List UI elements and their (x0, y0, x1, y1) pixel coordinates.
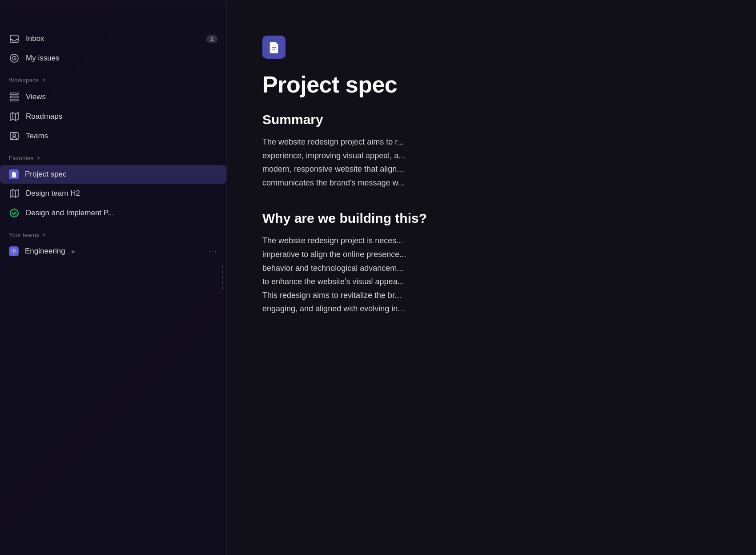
engineering-expand-icon: ▶ (72, 249, 75, 254)
project-spec-doc-icon (9, 169, 19, 179)
workspace-label: Workspace (9, 77, 39, 84)
sidebar-item-my-issues[interactable]: My issues (0, 48, 226, 68)
views-icon (9, 92, 20, 102)
favorites-section-header[interactable]: Favorites ▼ (0, 146, 226, 165)
doc-section-2-heading: Why are we building this? (262, 211, 720, 226)
engineering-label: Engineering (25, 247, 65, 256)
doc-title: Project spec (262, 71, 720, 98)
engineering-gear-icon (9, 246, 19, 256)
favorites-label: Favorites (9, 155, 34, 161)
app-container: Inbox 2 My issues Workspace ▼ (0, 0, 756, 555)
main-content: Project spec Summary The website redesig… (227, 0, 756, 555)
design-team-map-icon (9, 188, 20, 199)
scroll-indicator-line (222, 265, 223, 269)
workspace-chevron-icon: ▼ (41, 78, 46, 83)
teams-label: Teams (26, 132, 48, 141)
sidebar-item-views[interactable]: Views (0, 87, 226, 107)
engineering-more-icon[interactable]: ··· (209, 247, 217, 255)
sidebar-item-roadmaps[interactable]: Roadmaps (0, 107, 226, 126)
doc-section-1-heading: Summary (262, 112, 720, 127)
inbox-icon (9, 33, 20, 44)
your-teams-label: Your teams (9, 232, 39, 238)
your-teams-section-header[interactable]: Your teams ▼ (0, 223, 226, 242)
favorites-chevron-icon: ▼ (36, 156, 41, 161)
inbox-label: Inbox (26, 34, 44, 43)
sidebar: Inbox 2 My issues Workspace ▼ (0, 0, 227, 555)
svg-rect-4 (10, 93, 18, 95)
doc-header-icon (262, 36, 286, 59)
sidebar-item-project-spec[interactable]: Project spec (0, 165, 226, 184)
roadmaps-icon (9, 111, 20, 122)
svg-rect-5 (10, 96, 18, 98)
svg-point-10 (13, 134, 16, 137)
design-implement-label: Design and Implement P... (26, 209, 114, 217)
doc-section-2-body: The website redesign project is neces...… (262, 234, 720, 316)
sidebar-item-design-team-h2[interactable]: Design team H2 (0, 184, 226, 203)
svg-rect-6 (10, 99, 18, 101)
your-teams-chevron-icon: ▼ (42, 233, 46, 237)
project-spec-label: Project spec (25, 170, 67, 179)
sidebar-item-engineering[interactable]: Engineering ▶ ··· (0, 242, 226, 261)
sidebar-item-teams[interactable]: Teams (0, 126, 226, 146)
inbox-badge: 2 (206, 35, 217, 43)
views-label: Views (26, 92, 46, 101)
workspace-section-header[interactable]: Workspace ▼ (0, 68, 226, 87)
roadmaps-label: Roadmaps (26, 112, 62, 121)
design-implement-cycle-icon (9, 208, 20, 218)
teams-icon (9, 131, 20, 141)
scroll-indicator-line (222, 270, 223, 274)
design-team-h2-label: Design team H2 (26, 189, 80, 198)
scroll-indicator-line (222, 286, 223, 290)
sidebar-item-inbox[interactable]: Inbox 2 (0, 29, 226, 48)
my-issues-icon (9, 53, 20, 64)
doc-section-1-body: The website redesign project aims to r..… (262, 135, 720, 189)
my-issues-label: My issues (26, 54, 60, 63)
svg-point-3 (14, 58, 15, 59)
svg-point-15 (13, 250, 15, 252)
scroll-indicator-line (222, 281, 223, 285)
sidebar-item-design-implement[interactable]: Design and Implement P... (0, 203, 226, 223)
scroll-indicator-line (222, 276, 223, 279)
